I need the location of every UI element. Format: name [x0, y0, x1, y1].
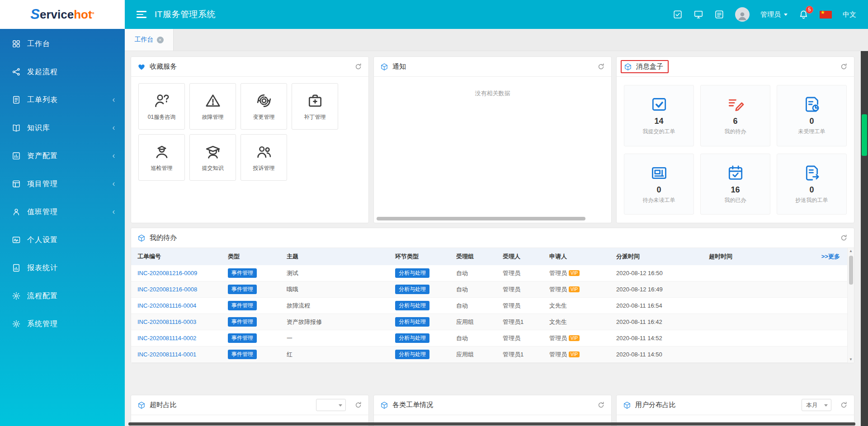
stage-badge: 分析与处理 — [395, 301, 429, 310]
order-id-link[interactable]: INC-2020081114-0001 — [137, 351, 196, 358]
refresh-icon[interactable] — [597, 401, 605, 409]
todo-table-row[interactable]: INC-2020081114-0002 事件管理 一 分析与处理 自动 管理员 … — [131, 330, 847, 346]
scroll-up-arrow-icon[interactable]: ▲ — [848, 248, 854, 254]
todo-table-row[interactable]: INC-2020081116-0004 事件管理 故障流程 分析与处理 自动 管… — [131, 298, 847, 314]
handler-cell: 管理员 — [503, 269, 549, 277]
sidebar-item-knowledge-base[interactable]: 知识库 — [0, 114, 125, 142]
avatar[interactable] — [735, 7, 750, 22]
refresh-icon[interactable] — [597, 63, 605, 70]
logo[interactable]: Servicehot° — [0, 0, 125, 29]
sidebar-item-project-mgmt[interactable]: 项目管理 — [0, 170, 125, 198]
chevron-left-icon — [111, 209, 117, 215]
order-id-link[interactable]: INC-2020081216-0009 — [137, 270, 197, 276]
sidebar-item-label: 知识库 — [27, 123, 104, 133]
sidebar-item-duty-mgmt[interactable]: 值班管理 — [0, 198, 125, 226]
order-id-link[interactable]: INC-2020081116-0003 — [137, 318, 196, 325]
sidebar-item-initiate-process[interactable]: 发起流程 — [0, 58, 125, 86]
service-card-patch-mgmt[interactable]: 补丁管理 — [292, 83, 338, 130]
sidebar-item-workbench[interactable]: 工作台 — [0, 30, 125, 58]
caret-down-icon — [784, 14, 788, 16]
page-vertical-scrollbar[interactable] — [861, 51, 868, 426]
service-card-service-consult[interactable]: 01服务咨询 — [138, 83, 185, 130]
stat-label: 我的已办 — [725, 197, 746, 204]
panel-title: 超时占比 — [150, 401, 177, 409]
type-badge: 事件管理 — [228, 317, 257, 326]
todo-more-link[interactable]: >>更多 — [821, 253, 840, 260]
notifications-button[interactable]: 5 — [798, 9, 809, 20]
distribution-filter-select[interactable]: 本月 — [802, 399, 831, 411]
tab-workbench[interactable]: 工作台 × — [125, 29, 174, 51]
header-toolbar — [673, 9, 724, 19]
panel-header: 收藏服务 — [131, 57, 368, 77]
check-square-icon[interactable] — [673, 9, 683, 19]
stat-card-my-todo[interactable]: 6 我的待办 — [700, 85, 770, 146]
todo-table-row[interactable]: INC-2020081216-0009 事件管理 测试 分析与处理 自动 管理员… — [131, 265, 847, 281]
group-cell: 自动 — [456, 302, 503, 310]
order-id-link[interactable]: INC-2020081216-0008 — [137, 286, 197, 293]
scroll-down-arrow-icon[interactable]: ▼ — [848, 356, 854, 363]
sidebar-item-process-config[interactable]: 流程配置 — [0, 282, 125, 310]
warning-icon — [204, 92, 222, 109]
refresh-icon[interactable] — [840, 401, 848, 409]
service-card-complaint-mgmt[interactable]: 投诉管理 — [241, 134, 287, 181]
applicant-cell: 管理员VIP — [549, 269, 616, 277]
group-cell: 自动 — [456, 286, 503, 294]
board-icon — [12, 179, 21, 188]
refresh-icon[interactable] — [840, 234, 848, 242]
refresh-icon[interactable] — [840, 63, 848, 70]
menu-toggle-icon[interactable] — [137, 11, 146, 18]
monitor-icon[interactable] — [693, 9, 703, 19]
panel-message-box: 消息盒子 14 我提交的工单 6 我的待办 0 未受理工单 0 待办未读工单 1… — [616, 56, 854, 223]
panel-horizontal-scrollbar[interactable] — [377, 217, 585, 220]
service-card-inspection-mgmt[interactable]: 巡检管理 — [138, 134, 185, 181]
sidebar-item-asset-config[interactable]: 资产配置 — [0, 142, 125, 170]
table-scrollbar[interactable]: ▲ ▼ — [847, 248, 854, 363]
todo-table-row[interactable]: INC-2020081116-0003 事件管理 资产故障报修 分析与处理 应用… — [131, 314, 847, 330]
service-card-submit-knowledge[interactable]: 提交知识 — [189, 134, 236, 181]
service-card-change-mgmt[interactable]: 变更管理 — [241, 83, 287, 130]
sidebar-item-label: 报表统计 — [27, 263, 117, 273]
refresh-icon[interactable] — [354, 401, 362, 409]
scrollbar-thumb[interactable] — [862, 114, 867, 156]
list-square-icon[interactable] — [714, 9, 724, 19]
user-name: 管理员 — [760, 10, 781, 19]
service-card-fault-mgmt[interactable]: 故障管理 — [189, 83, 236, 130]
todo-table-row[interactable]: INC-2020081216-0008 事件管理 哦哦 分析与处理 自动 管理员… — [131, 281, 847, 298]
toolbox-icon — [307, 92, 324, 109]
stat-card-todo-unread[interactable]: 0 待办未读工单 — [624, 154, 694, 215]
order-id-link[interactable]: INC-2020081116-0004 — [137, 302, 196, 309]
todo-col-2: 主题 — [287, 253, 395, 261]
type-badge: 事件管理 — [228, 268, 257, 277]
subject-cell: 测试 — [287, 269, 395, 277]
page-horizontal-scrollbar[interactable] — [128, 422, 855, 426]
stat-card-cc-to-me[interactable]: 0 抄送我的工单 — [777, 154, 847, 215]
todo-col-7: 分派时间 — [616, 253, 709, 261]
stage-badge: 分析与处理 — [395, 268, 429, 277]
applicant-cell: 管理员VIP — [549, 286, 616, 294]
tab-close-icon[interactable]: × — [157, 37, 164, 43]
doc-list-icon — [12, 95, 21, 104]
gear-flow-icon — [12, 291, 21, 300]
stat-card-my-done[interactable]: 16 我的已办 — [700, 154, 770, 215]
sidebar-item-personal-settings[interactable]: 个人设置 — [0, 226, 125, 254]
user-menu[interactable]: 管理员 — [760, 10, 788, 19]
cube-icon — [623, 401, 631, 409]
sidebar-item-report-stats[interactable]: 报表统计 — [0, 254, 125, 282]
china-flag-icon[interactable]: ★ — [820, 11, 832, 19]
sidebar-item-system-mgmt[interactable]: 系统管理 — [0, 310, 125, 338]
order-id-link[interactable]: INC-2020081114-0002 — [137, 335, 196, 342]
stat-card-my-submitted[interactable]: 14 我提交的工单 — [624, 85, 694, 146]
todo-table-row[interactable]: INC-2020081114-0001 事件管理 红 分析与处理 应用组 管理员… — [131, 346, 847, 363]
people-icon — [255, 143, 273, 160]
refresh-icon[interactable] — [354, 63, 362, 70]
stat-card-unaccepted[interactable]: 0 未受理工单 — [777, 85, 847, 146]
scrollbar-thumb[interactable] — [849, 256, 853, 285]
panel-title: 通知 — [392, 62, 406, 71]
timeout-filter-select[interactable] — [316, 399, 346, 411]
app-root: Servicehot° 工作台 发起流程 工单列表 知识库 资产配置 项目管理 … — [0, 0, 868, 426]
language-switch[interactable]: 中文 — [843, 10, 856, 19]
applicant-cell: 管理员VIP — [549, 334, 616, 342]
gear-icon — [12, 319, 21, 328]
stat-label: 待办未读工单 — [643, 197, 675, 204]
sidebar-item-work-order-list[interactable]: 工单列表 — [0, 86, 125, 114]
